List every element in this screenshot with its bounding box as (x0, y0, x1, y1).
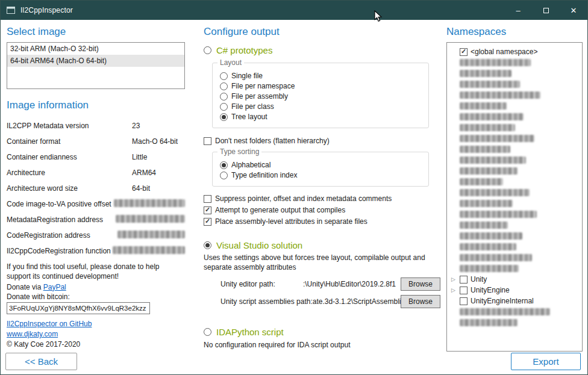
info-row-label: Container endianness (7, 153, 132, 161)
csharp-prototypes-radio[interactable]: C# prototypes (204, 45, 440, 55)
namespace-row[interactable] (450, 57, 579, 68)
redacted-namespace (460, 157, 526, 164)
namespace-row[interactable]: ▷UnityEngine (450, 285, 579, 296)
unity-script-path-value[interactable]: ate.3d-3.1.2\ScriptAssemblies (313, 297, 401, 306)
namespace-row[interactable]: <global namespace> (450, 46, 579, 57)
maximize-button[interactable] (532, 1, 560, 20)
title-bar: Il2CppInspector – ✕ (1, 1, 587, 20)
layout-option[interactable]: File per class (220, 102, 422, 111)
namespace-row[interactable] (450, 133, 579, 144)
idapython-label: IDAPython script (216, 327, 284, 337)
export-button[interactable]: Export (511, 353, 581, 370)
layout-option[interactable]: Tree layout (220, 113, 422, 121)
redacted-namespace (460, 135, 534, 142)
redacted-namespace (460, 124, 515, 131)
namespace-row[interactable] (450, 111, 579, 122)
type-sorting-groupbox: Type sorting AlphabeticalType definition… (212, 152, 429, 187)
copyright-text: © Katy Coe 2017-2020 (7, 339, 185, 350)
radio-option-label: Single file (231, 72, 263, 80)
namespace-row[interactable] (450, 155, 579, 166)
unity-editor-browse-button[interactable]: Browse (401, 277, 440, 291)
namespace-row[interactable] (450, 241, 579, 252)
namespace-row[interactable] (450, 101, 579, 111)
namespace-row[interactable] (450, 306, 579, 317)
redacted-namespace (460, 178, 503, 185)
redacted-namespace (460, 91, 540, 99)
type-sorting-options: AlphabeticalType definition index (220, 161, 422, 179)
bitcoin-label: Donate with bitcoin: (7, 293, 185, 301)
namespace-label: UnityEngine (471, 286, 510, 294)
radio-option-label: Tree layout (231, 113, 267, 121)
configure-output-heading: Configure output (204, 26, 440, 38)
visual-studio-radio[interactable]: Visual Studio solution (204, 240, 440, 250)
website-link[interactable]: www.djkaty.com (7, 329, 185, 339)
namespace-row[interactable]: UnityEngineInternal (450, 296, 579, 306)
output-checkbox[interactable]: Place assembly-level attributes in separ… (204, 217, 440, 226)
namespace-row[interactable] (450, 68, 579, 79)
namespace-row[interactable] (450, 263, 579, 274)
type-sorting-option[interactable]: Type definition index (220, 171, 422, 179)
image-list-item[interactable]: 32-bit ARM (Mach-O 32-bit) (7, 43, 184, 55)
info-row: ArchitectureARM64 (7, 165, 185, 181)
info-row-label: Code image-to-VA positive offset (7, 200, 114, 208)
info-row-value: ARM64 (132, 169, 185, 177)
namespace-checkbox[interactable] (460, 297, 468, 305)
namespace-row[interactable] (450, 231, 579, 241)
layout-option[interactable]: Single file (220, 72, 422, 80)
info-row: Container formatMach-O 64-bit (7, 134, 185, 149)
namespace-row[interactable] (450, 317, 579, 328)
left-panel: Select image 32-bit ARM (Mach-O 32-bit)6… (7, 26, 185, 350)
namespace-row[interactable] (450, 122, 579, 133)
paypal-link[interactable]: PayPal (43, 283, 66, 291)
layout-option[interactable]: File per assembly (220, 92, 422, 101)
info-row: Container endiannessLittle (7, 149, 185, 165)
output-checkbox[interactable]: Attempt to generate output that compiles (204, 206, 440, 214)
unity-editor-path-label: Unity editor path: (220, 280, 275, 288)
bitcoin-address-input[interactable] (7, 302, 150, 314)
namespace-checkbox[interactable] (460, 276, 468, 284)
checkbox-icon (204, 206, 211, 214)
namespace-label: Unity (471, 275, 487, 284)
namespace-row[interactable] (450, 198, 579, 209)
app-window: Il2CppInspector – ✕ Select image 32-bit … (0, 0, 588, 375)
namespace-row[interactable] (450, 252, 579, 263)
info-row: MetadataRegistration address (7, 212, 185, 228)
info-row-label: CodeRegistration address (7, 231, 117, 240)
unity-script-browse-button[interactable]: Browse (401, 295, 440, 308)
type-sorting-option[interactable]: Alphabetical (220, 161, 422, 169)
namespace-row[interactable] (450, 187, 579, 198)
namespace-row[interactable] (450, 220, 579, 231)
namespace-row[interactable] (450, 79, 579, 90)
redacted-namespace (460, 243, 516, 250)
maximize-icon (543, 8, 549, 13)
layout-group-title: Layout (217, 58, 244, 67)
expander-icon[interactable]: ▷ (450, 277, 457, 282)
flatten-checkbox[interactable]: Don't nest folders (flatten hierarchy) (204, 137, 440, 145)
close-button[interactable]: ✕ (560, 1, 587, 20)
idapython-radio[interactable]: IDAPython script (204, 327, 440, 337)
image-list-item[interactable]: 64-bit ARM64 (Mach-O 64-bit) (7, 55, 184, 67)
layout-option[interactable]: File per namespace (220, 82, 422, 90)
unity-editor-path-value[interactable]: :\Unity\Hub\Editor\2019.2.8f1 (275, 280, 401, 288)
back-button[interactable]: << Back (5, 353, 77, 370)
namespace-row[interactable] (450, 166, 579, 176)
info-row-label: Architecture word size (7, 184, 132, 193)
namespace-row[interactable] (450, 176, 579, 187)
namespace-row[interactable] (450, 90, 579, 101)
output-checkbox[interactable]: Suppress pointer, offset and index metad… (204, 194, 440, 203)
idapython-description: No configuration required for IDA script… (204, 341, 440, 349)
minimize-button[interactable]: – (504, 1, 532, 20)
namespace-list[interactable]: <global namespace>▷Unity▷UnityEngineUnit… (446, 42, 583, 352)
namespace-checkbox[interactable] (460, 287, 468, 294)
expander-icon[interactable]: ▷ (450, 288, 457, 293)
namespace-checkbox[interactable] (460, 48, 468, 56)
namespace-row[interactable]: ▷Unity (450, 274, 579, 285)
namespace-row[interactable] (450, 144, 579, 155)
unity-editor-path-row: Unity editor path: :\Unity\Hub\Editor\20… (220, 277, 440, 291)
image-information-table: IL2CPP Metadata version23Container forma… (7, 118, 185, 259)
select-image-list[interactable]: 32-bit ARM (Mach-O 32-bit)64-bit ARM64 (… (7, 42, 185, 89)
github-link[interactable]: Il2CppInspector on GitHub (7, 319, 185, 329)
namespace-row[interactable] (450, 209, 579, 220)
minimize-icon: – (516, 6, 520, 15)
info-row-value: 23 (132, 122, 185, 130)
